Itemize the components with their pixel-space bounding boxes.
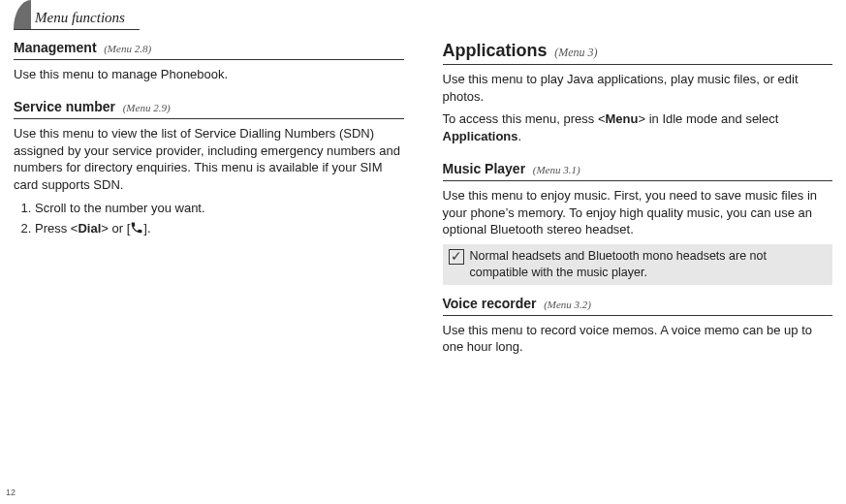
- voice-recorder-title: Voice recorder: [443, 296, 537, 311]
- voice-recorder-body: Use this menu to record voice memos. A v…: [443, 322, 833, 356]
- service-number-heading: Service number (Menu 2.9): [14, 98, 404, 116]
- apps-p2-prefix: To access this menu, press <: [443, 111, 606, 126]
- applications-ref: (Menu 3): [550, 46, 597, 59]
- apps-p2-suffix: .: [518, 129, 522, 143]
- header-rule: [14, 29, 140, 30]
- step2-suffix: > or [: [101, 221, 130, 236]
- service-number-ref: (Menu 2.9): [119, 102, 171, 113]
- music-player-title: Music Player: [443, 161, 526, 176]
- section-rule: [14, 59, 404, 60]
- apps-p2-menu: Menu: [606, 111, 639, 126]
- section-rule: [14, 118, 404, 119]
- voice-recorder-ref: (Menu 3.2): [540, 299, 591, 310]
- apps-p2-mid: > in Idle mode and select: [638, 111, 778, 126]
- page-tab-decoration: [14, 0, 31, 29]
- running-header: Menu functions: [35, 8, 125, 27]
- manual-page: Menu functions Management (Menu 2.8) Use…: [0, 0, 846, 504]
- section-rule: [443, 180, 833, 181]
- step-2: Press <Dial> or [].: [35, 220, 404, 237]
- note-text: Normal headsets and Bluetooth mono heads…: [470, 248, 828, 281]
- check-icon: [449, 249, 464, 265]
- applications-body-2: To access this menu, press <Menu> in Idl…: [443, 110, 833, 144]
- step2-tail: ].: [143, 221, 150, 236]
- left-column: Management (Menu 2.8) Use this menu to m…: [14, 39, 404, 362]
- music-player-body: Use this menu to enjoy music. First, you…: [443, 187, 833, 238]
- management-title: Management: [14, 40, 97, 55]
- service-number-steps: Scroll to the number you want. Press <Di…: [14, 200, 404, 237]
- applications-body-1: Use this menu to play Java applications,…: [443, 71, 833, 105]
- music-player-ref: (Menu 3.1): [529, 164, 580, 175]
- step2-dial: Dial: [78, 221, 101, 236]
- apps-p2-applications: Applications: [443, 129, 518, 143]
- section-rule: [443, 64, 833, 65]
- service-number-title: Service number: [14, 99, 115, 114]
- applications-heading: Applications (Menu 3): [443, 39, 833, 62]
- voice-recorder-heading: Voice recorder (Menu 3.2): [443, 295, 833, 313]
- management-body: Use this menu to manage Phonebook.: [14, 66, 404, 83]
- section-rule: [443, 315, 833, 316]
- page-number: 12: [6, 487, 16, 498]
- management-heading: Management (Menu 2.8): [14, 39, 404, 57]
- music-player-note: Normal headsets and Bluetooth mono heads…: [443, 244, 833, 285]
- content-columns: Management (Menu 2.8) Use this menu to m…: [14, 39, 832, 362]
- service-number-body: Use this menu to view the list of Servic…: [14, 125, 404, 193]
- step2-prefix: Press <: [35, 221, 78, 236]
- management-ref: (Menu 2.8): [100, 43, 151, 54]
- applications-title: Applications: [443, 41, 548, 60]
- music-player-heading: Music Player (Menu 3.1): [443, 160, 833, 178]
- right-column: Applications (Menu 3) Use this menu to p…: [443, 39, 833, 362]
- step-1: Scroll to the number you want.: [35, 200, 404, 217]
- call-icon: [130, 221, 143, 235]
